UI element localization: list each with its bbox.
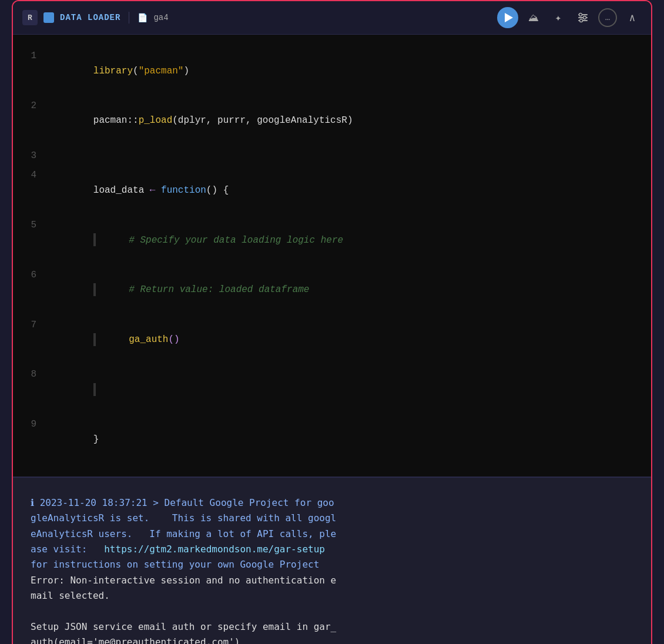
code-line-6: 6 # Return value: loaded dataframe [13,266,651,316]
svg-point-4 [583,16,586,19]
code-line-7: 7 ga_auth() [13,316,651,365]
line-content-3 [48,149,54,164]
line-num-6: 6 [13,268,48,283]
code-line-1: 1 library("pacman") [13,46,651,96]
line-content-2: pacman::p_load(dplyr, purrr, googleAnaly… [48,99,353,144]
line-num-4: 4 [13,168,48,183]
chart-icon-button[interactable]: ⛰ [524,8,543,27]
line-num-5: 5 [13,218,48,233]
code-line-9: 9 } [13,415,651,465]
data-loader-title: DATA LOADER [60,13,120,22]
code-line-4: 4 load_data ← function() { [13,166,651,216]
r-badge: R [22,10,38,25]
toolbar: R DATA LOADER 📄 ga4 ⛰ ✦ … ∧ [13,1,651,35]
svg-point-5 [580,19,583,22]
line-num-2: 2 [13,99,48,114]
console-text: ℹ 2023-11-20 18:37:21 > Default Google P… [31,495,633,644]
line-num-1: 1 [13,49,48,64]
line-num-9: 9 [13,417,48,432]
svg-point-3 [579,14,582,16]
line-content-7: ga_auth() [48,318,180,363]
file-icon: 📄 [138,13,147,23]
main-window: R DATA LOADER 📄 ga4 ⛰ ✦ … ∧ 1 [12,0,652,644]
code-line-2: 2 pacman::p_load(dplyr, purrr, googleAna… [13,96,651,146]
line-num-3: 3 [13,149,48,164]
code-editor: 1 library("pacman") 2 pacman::p_load(dpl… [13,35,651,477]
code-line-3: 3 [13,146,651,166]
line-content-5: # Specify your data loading logic here [48,218,343,263]
sliders-icon-button[interactable] [574,8,592,27]
line-num-8: 8 [13,367,48,383]
line-content-6: # Return value: loaded dataframe [48,268,309,313]
console-output: ℹ 2023-11-20 18:37:21 > Default Google P… [13,477,651,644]
line-content-1: library("pacman") [48,49,189,94]
collapse-button[interactable]: ∧ [623,8,642,27]
line-content-8 [48,367,106,412]
more-options-button[interactable]: … [598,8,617,27]
play-icon [505,13,513,22]
sparkle-icon-button[interactable]: ✦ [549,8,568,27]
code-line-5: 5 # Specify your data loading logic here [13,216,651,266]
run-button[interactable] [497,7,518,28]
toolbar-divider [129,12,129,24]
line-content-9: } [48,417,99,462]
code-line-8: 8 [13,365,651,415]
filename-label: ga4 [153,13,168,22]
line-num-7: 7 [13,318,48,333]
blue-square-icon [43,12,54,23]
line-content-4: load_data ← function() { [48,168,229,213]
